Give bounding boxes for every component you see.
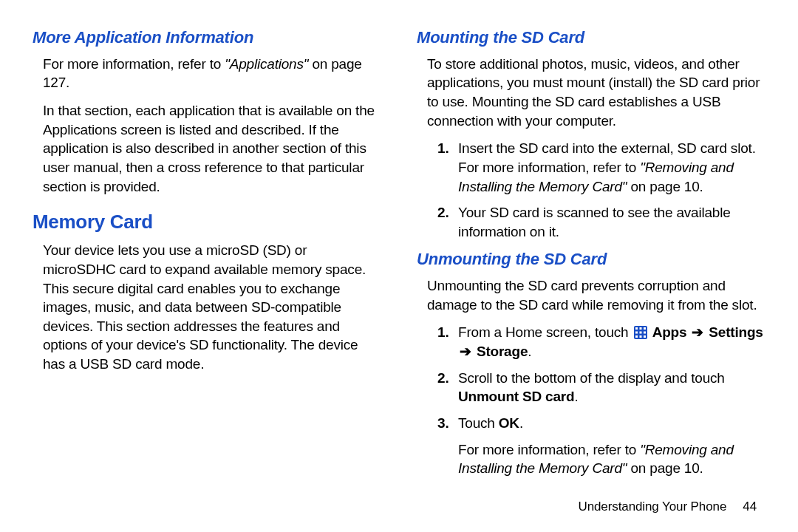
text: on page 10. [627, 460, 703, 476]
step-number: 1. [437, 139, 458, 196]
svg-rect-6 [635, 335, 638, 338]
list-item: 2. Scroll to the bottom of the display a… [437, 369, 765, 406]
ui-unmount-sd: Unmount SD card [458, 389, 574, 404]
spacer [437, 440, 458, 478]
arrow-icon: ➔ [692, 324, 703, 340]
ui-ok: OK [499, 415, 519, 431]
manual-page: More Application Information For more in… [0, 0, 798, 532]
svg-rect-1 [639, 327, 641, 330]
step-number: 3. [437, 414, 458, 433]
unmounting-steps: 1. From a Home screen, touch Apps ➔ Sett… [437, 323, 765, 477]
para-mounting: To store additional photos, music, video… [427, 55, 765, 131]
list-item: 3. Touch OK. [437, 414, 765, 433]
text: Touch [458, 415, 499, 431]
svg-rect-3 [635, 332, 638, 334]
list-note: For more information, refer to "Removing… [437, 440, 765, 478]
heading-mounting: Mounting the SD Card [417, 27, 765, 49]
page-footer: Understanding Your Phone44 [578, 499, 757, 516]
list-item: 2. Your SD card is scanned to see the av… [437, 203, 765, 241]
heading-more-app-info: More Application Information [33, 27, 381, 49]
step-text: Your SD card is scanned to see the avail… [458, 203, 765, 241]
text: . [519, 415, 523, 431]
svg-rect-8 [644, 335, 646, 338]
svg-rect-4 [639, 332, 641, 334]
svg-rect-0 [635, 327, 638, 330]
step-number: 2. [437, 203, 458, 241]
right-column: Mounting the SD Card To store additional… [417, 27, 765, 517]
text: Scroll to the bottom of the display and … [458, 370, 725, 386]
section-title: Understanding Your Phone [578, 499, 726, 514]
apps-grid-icon [634, 326, 647, 339]
step-text: Touch OK. [458, 414, 765, 433]
list-item: 1. From a Home screen, touch Apps ➔ Sett… [437, 323, 765, 361]
step-text: Insert the SD card into the external, SD… [458, 139, 765, 196]
heading-unmounting: Unmounting the SD Card [417, 248, 765, 270]
text: For more information, refer to [43, 56, 225, 72]
para-more-1: For more information, refer to "Applicat… [43, 55, 381, 92]
text: . [528, 344, 531, 359]
mounting-steps: 1. Insert the SD card into the external,… [437, 139, 765, 241]
nav-storage: Storage [477, 344, 528, 359]
list-item: 1. Insert the SD card into the external,… [437, 139, 765, 196]
para-memory: Your device lets you use a microSD (SD) … [43, 241, 381, 373]
heading-memory-card: Memory Card [33, 209, 381, 235]
left-column: More Application Information For more in… [33, 27, 381, 517]
svg-rect-5 [644, 332, 646, 334]
text: . [574, 389, 578, 404]
nav-settings: Settings [709, 324, 763, 340]
para-more-2: In that section, each application that i… [43, 101, 381, 196]
step-number: 2. [437, 369, 458, 406]
step-text: Scroll to the bottom of the display and … [458, 369, 765, 406]
svg-rect-7 [639, 335, 641, 338]
svg-rect-2 [644, 327, 646, 330]
page-number: 44 [743, 499, 757, 514]
xref-applications: "Applications" [225, 56, 308, 72]
text: For more information, refer to [458, 442, 640, 457]
arrow-icon: ➔ [460, 344, 471, 359]
text: From a Home screen, touch [458, 324, 632, 340]
step-number: 1. [437, 323, 458, 361]
text: on page 10. [627, 179, 703, 194]
note-text: For more information, refer to "Removing… [458, 440, 765, 478]
nav-apps: Apps [652, 324, 687, 340]
para-unmounting: Unmounting the SD card prevents corrupti… [427, 276, 765, 314]
step-text: From a Home screen, touch Apps ➔ Setting… [458, 323, 765, 361]
